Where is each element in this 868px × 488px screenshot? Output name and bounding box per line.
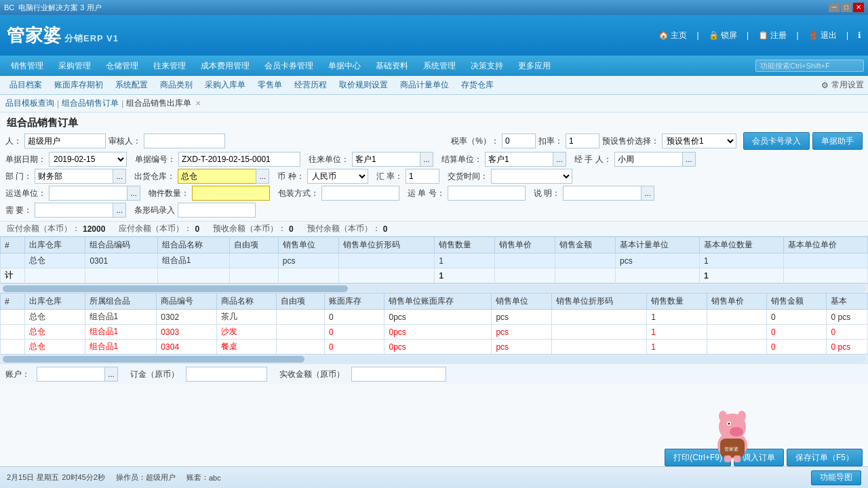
submenu-catalog[interactable]: 品目档案	[4, 77, 47, 93]
ship-input[interactable]	[49, 186, 127, 201]
save-order-btn[interactable]: 保存订单（F5）	[787, 449, 863, 466]
number-input[interactable]	[178, 152, 300, 167]
menu-member[interactable]: 会员卡券管理	[258, 58, 320, 75]
note-label: 说 明：	[534, 188, 560, 199]
nav-lock[interactable]: 🔒 锁屏	[709, 30, 737, 41]
note-picker-btn[interactable]: …	[641, 186, 654, 201]
nav-info[interactable]: ℹ	[858, 30, 861, 40]
dept-input[interactable]	[35, 169, 113, 184]
table1-wrap: # 出库仓库 组合品编码 组合品名称 自由项 销售单位 销售单位折形码 销售数量…	[0, 237, 868, 283]
exchange-input[interactable]	[406, 169, 439, 184]
discount-input[interactable]	[566, 134, 599, 148]
ship-picker-btn[interactable]: …	[127, 186, 140, 201]
waybill-input[interactable]	[448, 186, 526, 201]
warehouse-picker-btn[interactable]: …	[256, 169, 269, 184]
cell2-base: 0 pcs	[827, 310, 868, 325]
submenu-history[interactable]: 经营历程	[289, 77, 332, 93]
th2-name: 商品名称	[216, 293, 276, 310]
actual-input[interactable]	[351, 367, 446, 382]
tax-input[interactable]	[502, 134, 536, 148]
cell-base-qty: 1	[699, 253, 783, 268]
submenu-stock-init[interactable]: 账面库存期初	[49, 77, 108, 93]
th-base-unit: 基本计量单位	[616, 237, 700, 253]
nav-exit[interactable]: 🚪 退出	[808, 30, 837, 41]
menu-more[interactable]: 更多应用	[511, 58, 557, 75]
dest-picker-btn[interactable]: …	[420, 152, 433, 167]
th-combo-name: 组合品名称	[157, 237, 229, 253]
settings-button[interactable]: ⚙ 常用设置	[821, 79, 864, 91]
status-right: 功能导图	[811, 470, 861, 485]
menu-basic[interactable]: 基础资料	[369, 58, 415, 75]
cell-base-price	[783, 253, 867, 268]
cell2-warehouse-3: 总仓	[25, 340, 85, 354]
submenu-inventory[interactable]: 存货仓库	[456, 77, 499, 93]
time-select[interactable]	[491, 169, 572, 184]
cell2-code-3: 0304	[157, 340, 216, 354]
table-row[interactable]: 总仓 组合品1 0302 茶几 0 0pcs pcs 1 0 0 pcs	[1, 310, 868, 325]
bc-close-icon[interactable]: ✕	[195, 100, 201, 107]
account-picker-btn[interactable]: …	[104, 367, 118, 382]
table-row[interactable]: 总仓 组合品1 0304 餐桌 0 0pcs pcs 1 0 0 pcs	[1, 340, 868, 354]
note-input[interactable]	[563, 186, 641, 201]
menu-docs[interactable]: 单据中心	[321, 58, 368, 75]
submenu-pricing[interactable]: 取价规则设置	[334, 77, 393, 93]
scrollbar1[interactable]	[0, 283, 868, 293]
nav-home[interactable]: 🏠 主页	[658, 30, 687, 41]
menu-receivable[interactable]: 往来管理	[146, 58, 193, 75]
minimize-btn[interactable]: ─	[829, 3, 840, 12]
submenu-purchase-in[interactable]: 采购入库单	[199, 77, 251, 93]
th2-barcode: 销售单位折形码	[551, 293, 647, 310]
submenu-category[interactable]: 商品类别	[155, 77, 198, 93]
menu-decision[interactable]: 决策支持	[464, 58, 510, 75]
pack-input[interactable]	[321, 186, 399, 201]
menu-system[interactable]: 系统管理	[416, 58, 462, 75]
function-map-btn[interactable]: 功能导图	[811, 470, 861, 485]
person-input[interactable]	[24, 134, 106, 148]
order-input[interactable]	[186, 367, 267, 382]
req-picker-btn[interactable]: …	[113, 203, 126, 218]
date-select[interactable]: 2019-02-15	[49, 152, 127, 167]
manager-label: 经 手 人：	[574, 154, 612, 165]
barcode-input[interactable]	[178, 203, 256, 218]
scroll-track1	[3, 285, 865, 292]
account-input[interactable]	[37, 367, 104, 382]
submenu-sysconfig[interactable]: 系统配置	[110, 77, 153, 93]
th-num: #	[1, 237, 25, 253]
nav-register[interactable]: 📋 注册	[758, 30, 787, 41]
form-row-1: 人： 审核人： 税率（%）： 扣率： 预设售价选择： 预设售价1 会员卡号录入 …	[5, 132, 863, 150]
dept-picker-btn[interactable]: …	[113, 169, 126, 184]
settings-label: 常用设置	[831, 79, 864, 91]
manager-input[interactable]	[614, 152, 682, 167]
menu-cost[interactable]: 成本费用管理	[194, 58, 256, 75]
function-search-input[interactable]	[755, 60, 864, 72]
submenu-uom[interactable]: 商品计量单位	[395, 77, 454, 93]
doc-assistant-btn[interactable]: 单据助手	[812, 132, 863, 150]
waybill-label: 运 单 号：	[408, 188, 445, 199]
maximize-btn[interactable]: □	[841, 3, 852, 12]
menu-warehouse[interactable]: 仓储管理	[99, 58, 145, 75]
table-row[interactable]: 总仓 0301 组合品1 pcs 1 pcs 1	[1, 253, 868, 268]
cell2-stock-3: 0	[325, 340, 384, 354]
menu-sales[interactable]: 销售管理	[4, 58, 50, 75]
bc-template-query[interactable]: 品目模板查询	[5, 98, 54, 109]
audit-input[interactable]	[144, 134, 225, 148]
table2: # 出库仓库 所属组合品 商品编号 商品名称 自由项 账面库存 销售单位账面库存…	[0, 293, 868, 354]
submenu-retail[interactable]: 零售单	[252, 77, 288, 93]
manager-picker-btn[interactable]: …	[682, 152, 696, 167]
settle-picker-btn[interactable]: …	[553, 152, 566, 167]
member-card-btn[interactable]: 会员卡号录入	[743, 132, 810, 150]
currency-select[interactable]: 人民币	[307, 169, 368, 184]
qty-input[interactable]	[192, 186, 270, 201]
dest-input[interactable]	[352, 152, 420, 167]
warehouse-input[interactable]	[178, 169, 256, 184]
table-row[interactable]: 总仓 组合品1 0303 沙发 0 0pcs pcs 1 0 0	[1, 325, 868, 340]
settle-input[interactable]	[485, 152, 553, 167]
scrollbar2[interactable]	[0, 354, 868, 363]
menu-purchase[interactable]: 采购管理	[52, 58, 98, 75]
close-btn[interactable]: ✕	[853, 3, 864, 12]
cell2-num-2	[1, 325, 25, 340]
pre-pay-label: 预付余额（本币）：	[307, 223, 380, 235]
bc-combo-sales-order[interactable]: 组合品销售订单	[62, 98, 119, 109]
preset-select[interactable]: 预设售价1	[662, 134, 736, 148]
req-input[interactable]	[35, 203, 113, 218]
